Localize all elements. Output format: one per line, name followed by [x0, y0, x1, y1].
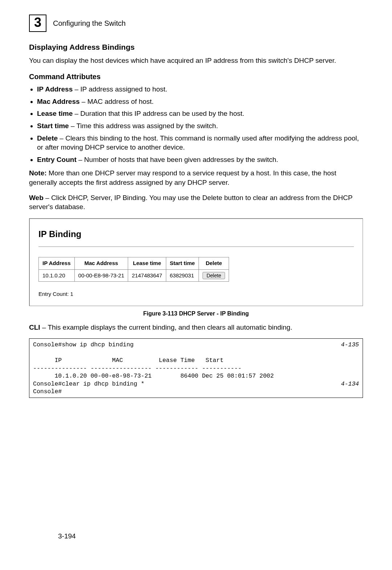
panel-title: IP Binding: [38, 228, 354, 240]
col-lease: Lease time: [128, 257, 166, 269]
note: Note: More than one DHCP server may resp…: [29, 168, 363, 187]
section-heading: Displaying Address Bindings: [29, 42, 363, 52]
cli-ref: 4-135: [341, 341, 359, 349]
chapter-number-icon: 3: [29, 15, 46, 32]
intro-paragraph: You can display the host devices which h…: [29, 56, 363, 65]
note-label: Note:: [29, 169, 47, 177]
list-item: Start time – Time this address was assig…: [37, 121, 363, 131]
list-item: IP Address – IP address assigned to host…: [37, 85, 363, 94]
table-row: 10.1.0.20 00-00-E8-98-73-21 2147483647 6…: [39, 269, 229, 281]
figure-caption: Figure 3-113 DHCP Server - IP Binding: [29, 310, 363, 318]
cell-ip: 10.1.0.20: [39, 269, 75, 281]
cell-start: 63829031: [166, 269, 199, 281]
cli-instruction: CLI – This example displays the current …: [29, 323, 363, 332]
divider: [38, 247, 354, 247]
col-start: Start time: [166, 257, 199, 269]
table-header-row: IP Address Mac Address Lease time Start …: [39, 257, 229, 269]
cell-mac: 00-00-E8-98-73-21: [74, 269, 128, 281]
col-ip: IP Address: [39, 257, 75, 269]
cell-delete: Delete: [199, 269, 229, 281]
col-delete: Delete: [199, 257, 229, 269]
attribute-list: IP Address – IP address assigned to host…: [29, 85, 363, 164]
col-mac: Mac Address: [74, 257, 128, 269]
list-item: Entry Count – Number of hosts that have …: [37, 155, 363, 164]
cell-lease: 2147483647: [128, 269, 166, 281]
cli-ref: 4-134: [341, 380, 359, 388]
chapter-header: 3 Configuring the Switch: [29, 15, 363, 32]
chapter-title: Configuring the Switch: [53, 19, 126, 28]
page-number: 3-194: [58, 532, 76, 541]
list-item: Mac Address – MAC address of host.: [37, 97, 363, 106]
ip-binding-table: IP Address Mac Address Lease time Start …: [38, 257, 229, 282]
command-attributes-heading: Command Attributes: [29, 72, 363, 82]
list-item: Lease time – Duration that this IP addre…: [37, 109, 363, 118]
delete-button[interactable]: Delete: [203, 272, 225, 279]
list-item: Delete – Clears this binding to the host…: [37, 134, 363, 152]
ip-binding-screenshot: IP Binding IP Address Mac Address Lease …: [29, 218, 363, 306]
web-instruction: Web – Click DHCP, Server, IP Binding. Yo…: [29, 193, 363, 212]
note-text: More than one DHCP server may respond to…: [29, 169, 336, 186]
cli-output: Console#show ip dhcp binding4-135 IP MAC…: [29, 338, 363, 398]
entry-count: Entry Count: 1: [38, 290, 354, 298]
